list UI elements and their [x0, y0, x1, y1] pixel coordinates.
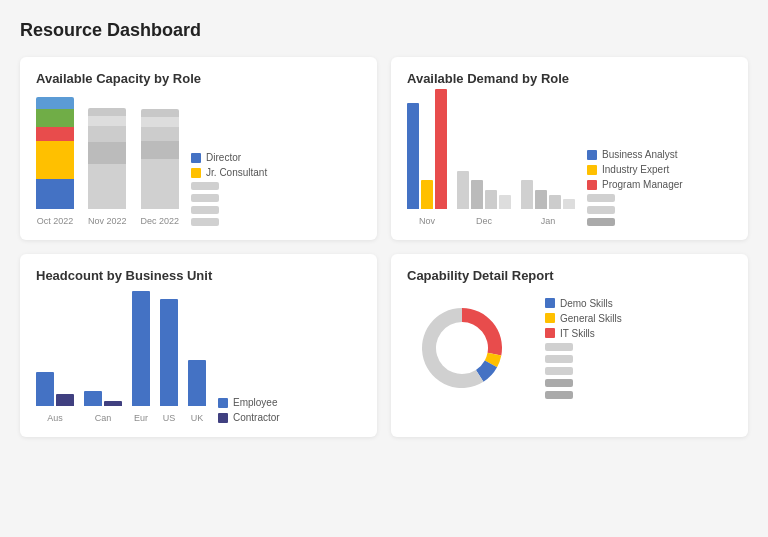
- legend-grey-bar: [587, 194, 615, 202]
- dashboard-grid: Available Capacity by Role Oct 2022Nov 2…: [20, 57, 748, 437]
- demand-single-bar: [485, 190, 497, 209]
- demand-single-bar: [549, 195, 561, 209]
- legend-color: [587, 165, 597, 175]
- legend-grey-bar: [191, 218, 219, 226]
- legend-color: [587, 180, 597, 190]
- capacity-bar-group: Dec 2022: [141, 109, 180, 226]
- legend-grey-bar: [545, 379, 573, 387]
- legend-label: Business Analyst: [602, 149, 678, 160]
- bar-segment: [141, 127, 179, 141]
- capacity-bar-group: Nov 2022: [88, 108, 127, 226]
- bar-label: Nov: [419, 216, 435, 226]
- demand-single-bar: [407, 103, 419, 209]
- bar-label: Eur: [134, 413, 148, 423]
- bar-label: Nov 2022: [88, 216, 127, 226]
- legend-item: Demo Skills: [545, 298, 622, 309]
- bar-segment: [88, 164, 126, 209]
- bar-segment: [141, 117, 179, 127]
- capacity-title: Available Capacity by Role: [36, 71, 361, 86]
- bar-segment: [141, 109, 179, 117]
- legend-label: Demo Skills: [560, 298, 613, 309]
- headcount-card: Headcount by Business Unit AusCanEurUSUK…: [20, 254, 377, 437]
- legend-grey-bar: [587, 218, 615, 226]
- legend-item: [545, 355, 622, 363]
- legend-item: Industry Expert: [587, 164, 683, 175]
- capacity-bar-group: Oct 2022: [36, 97, 74, 226]
- bar-label: Dec: [476, 216, 492, 226]
- legend-item: IT Skills: [545, 328, 622, 339]
- legend-item: [545, 391, 622, 399]
- demand-single-bar: [421, 180, 433, 209]
- legend-color: [545, 313, 555, 323]
- hc-bars-inner: [160, 299, 178, 406]
- employee-bar: [188, 360, 206, 406]
- demand-grouped-bars: NovDecJan: [407, 96, 575, 226]
- legend-grey-bar: [191, 206, 219, 214]
- legend-grey-bar: [191, 194, 219, 202]
- legend-item: [191, 206, 267, 214]
- legend-label: Jr. Consultant: [206, 167, 267, 178]
- demand-single-bar: [435, 89, 447, 209]
- legend-color: [218, 413, 228, 423]
- bar-segment: [88, 116, 126, 126]
- bar-segment: [36, 179, 74, 209]
- demand-single-bar: [535, 190, 547, 209]
- hc-group: Aus: [36, 372, 74, 423]
- legend-item: General Skills: [545, 313, 622, 324]
- bar-label: Jan: [541, 216, 556, 226]
- bar-segment: [141, 159, 179, 209]
- legend-label: Contractor: [233, 412, 280, 423]
- legend-label: Program Manager: [602, 179, 683, 190]
- contractor-bar: [56, 394, 74, 406]
- legend-label: IT Skills: [560, 328, 595, 339]
- bar-label: Dec 2022: [141, 216, 180, 226]
- legend-item: [587, 218, 683, 226]
- legend-grey-bar: [545, 343, 573, 351]
- legend-color: [218, 398, 228, 408]
- bar-label: US: [163, 413, 176, 423]
- capability-card: Capability Detail Report Demo SkillsGene…: [391, 254, 748, 437]
- bar-label: Can: [95, 413, 112, 423]
- legend-item: Business Analyst: [587, 149, 683, 160]
- demand-bar-group: Nov: [407, 89, 447, 226]
- demand-chart-area: NovDecJan Business AnalystIndustry Exper…: [407, 96, 732, 226]
- legend-color: [545, 328, 555, 338]
- legend-label: General Skills: [560, 313, 622, 324]
- legend-item: [191, 218, 267, 226]
- capacity-card: Available Capacity by Role Oct 2022Nov 2…: [20, 57, 377, 240]
- capability-legend: Demo SkillsGeneral SkillsIT Skills: [545, 298, 622, 399]
- donut-svg: [407, 293, 517, 403]
- bar-label: UK: [191, 413, 204, 423]
- bar-segment: [88, 142, 126, 164]
- hc-bars-inner: [188, 360, 206, 406]
- demand-bars-inner: [407, 89, 447, 209]
- bar-segment: [141, 141, 179, 159]
- contractor-bar: [104, 401, 122, 406]
- legend-grey-bar: [587, 206, 615, 214]
- bar-label: Aus: [47, 413, 63, 423]
- bar-segment: [36, 109, 74, 127]
- legend-label: Industry Expert: [602, 164, 669, 175]
- legend-item: [191, 194, 267, 202]
- hc-bars-inner: [132, 291, 150, 406]
- demand-bars-inner: [521, 180, 575, 209]
- legend-label: Director: [206, 152, 241, 163]
- headcount-chart-area: AusCanEurUSUK EmployeeContractor: [36, 293, 361, 423]
- hc-bars-inner: [84, 391, 122, 406]
- capacity-legend: DirectorJr. Consultant: [191, 152, 267, 226]
- legend-grey-bar: [545, 391, 573, 399]
- legend-color: [191, 153, 201, 163]
- legend-grey-bar: [545, 367, 573, 375]
- demand-bars-inner: [457, 171, 511, 209]
- legend-grey-bar: [191, 182, 219, 190]
- legend-item: Jr. Consultant: [191, 167, 267, 178]
- employee-bar: [132, 291, 150, 406]
- employee-bar: [84, 391, 102, 406]
- demand-single-bar: [521, 180, 533, 209]
- legend-item: [587, 206, 683, 214]
- hc-group: US: [160, 299, 178, 423]
- legend-item: Contractor: [218, 412, 280, 423]
- legend-item: Director: [191, 152, 267, 163]
- capacity-chart-area: Oct 2022Nov 2022Dec 2022 DirectorJr. Con…: [36, 96, 361, 226]
- legend-label: Employee: [233, 397, 277, 408]
